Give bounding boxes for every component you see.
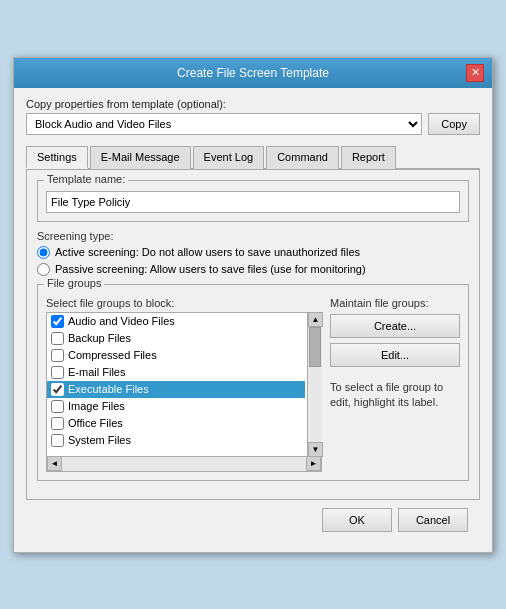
active-screening-option: Active screening: Do not allow users to … — [37, 246, 469, 259]
copy-button[interactable]: Copy — [428, 113, 480, 135]
list-item-checkbox[interactable] — [51, 400, 64, 413]
horizontal-scrollbar[interactable]: ◄ ► — [46, 457, 322, 472]
file-groups-section: File groups Select file groups to block:… — [37, 284, 469, 481]
list-item-checkbox[interactable] — [51, 417, 64, 430]
close-button[interactable]: ✕ — [466, 64, 484, 82]
scroll-right-btn[interactable]: ► — [306, 456, 321, 471]
template-dropdown[interactable]: Block Audio and Video Files — [26, 113, 422, 135]
ok-cancel-row: OK Cancel — [26, 500, 480, 542]
screening-type-label: Screening type: — [37, 230, 469, 242]
file-groups-inner: Select file groups to block: Audio and V… — [46, 297, 460, 472]
copy-label: Copy properties from template (optional)… — [26, 98, 480, 110]
tab-settings[interactable]: Settings — [26, 146, 88, 169]
tab-event-log[interactable]: Event Log — [193, 146, 265, 169]
list-item-label: System Files — [68, 434, 131, 446]
maintain-section: Maintain file groups: Create... Edit... … — [330, 297, 460, 472]
edit-button[interactable]: Edit... — [330, 343, 460, 367]
maintain-label: Maintain file groups: — [330, 297, 460, 309]
tab-report[interactable]: Report — [341, 146, 396, 169]
scroll-thumb[interactable] — [309, 327, 321, 367]
list-item-label: E-mail Files — [68, 366, 125, 378]
passive-screening-radio[interactable] — [37, 263, 50, 276]
file-list-box[interactable]: Audio and Video FilesBackup FilesCompres… — [46, 312, 322, 457]
active-screening-radio[interactable] — [37, 246, 50, 259]
main-window: Create File Screen Template ✕ Copy prope… — [13, 57, 493, 553]
list-item-checkbox[interactable] — [51, 332, 64, 345]
passive-screening-label: Passive screening: Allow users to save f… — [55, 263, 366, 275]
tab-email-message[interactable]: E-Mail Message — [90, 146, 191, 169]
cancel-button[interactable]: Cancel — [398, 508, 468, 532]
copy-row: Block Audio and Video Files Copy — [26, 113, 480, 135]
window-body: Copy properties from template (optional)… — [14, 88, 492, 552]
file-list-container: Select file groups to block: Audio and V… — [46, 297, 322, 472]
list-item-label: Audio and Video Files — [68, 315, 175, 327]
template-name-input[interactable] — [46, 191, 460, 213]
scroll-up-btn[interactable]: ▲ — [308, 312, 323, 327]
create-button[interactable]: Create... — [330, 314, 460, 338]
list-item[interactable]: Executable Files — [47, 381, 305, 398]
ok-button[interactable]: OK — [322, 508, 392, 532]
file-list-label: Select file groups to block: — [46, 297, 322, 309]
list-item-label: Executable Files — [68, 383, 149, 395]
list-item[interactable]: Compressed Files — [47, 347, 305, 364]
list-item-label: Image Files — [68, 400, 125, 412]
list-item[interactable]: System Files — [47, 432, 305, 449]
list-item-checkbox[interactable] — [51, 434, 64, 447]
active-screening-label: Active screening: Do not allow users to … — [55, 246, 360, 258]
list-item[interactable]: E-mail Files — [47, 364, 305, 381]
list-item[interactable]: Backup Files — [47, 330, 305, 347]
screening-type-group: Screening type: Active screening: Do not… — [37, 230, 469, 276]
file-groups-legend: File groups — [44, 277, 104, 289]
title-bar: Create File Screen Template ✕ — [14, 58, 492, 88]
scroll-down-btn[interactable]: ▼ — [308, 442, 323, 457]
window-title: Create File Screen Template — [40, 66, 466, 80]
tab-bar: Settings E-Mail Message Event Log Comman… — [26, 145, 480, 170]
passive-screening-option: Passive screening: Allow users to save f… — [37, 263, 469, 276]
template-name-group: Template name: — [37, 180, 469, 222]
tab-command[interactable]: Command — [266, 146, 339, 169]
list-item-checkbox[interactable] — [51, 349, 64, 362]
list-item-label: Office Files — [68, 417, 123, 429]
list-item-checkbox[interactable] — [51, 315, 64, 328]
vertical-scrollbar[interactable]: ▲ ▼ — [307, 312, 322, 457]
list-item-label: Compressed Files — [68, 349, 157, 361]
list-item[interactable]: Office Files — [47, 415, 305, 432]
list-item[interactable]: Image Files — [47, 398, 305, 415]
list-item-checkbox[interactable] — [51, 366, 64, 379]
scroll-left-btn[interactable]: ◄ — [47, 456, 62, 471]
list-item[interactable]: Audio and Video Files — [47, 313, 305, 330]
template-name-legend: Template name: — [44, 173, 128, 185]
list-item-checkbox[interactable] — [51, 383, 64, 396]
tab-content: Template name: Screening type: Active sc… — [26, 170, 480, 500]
list-item-label: Backup Files — [68, 332, 131, 344]
maintain-hint: To select a file group to edit, highligh… — [330, 380, 460, 411]
